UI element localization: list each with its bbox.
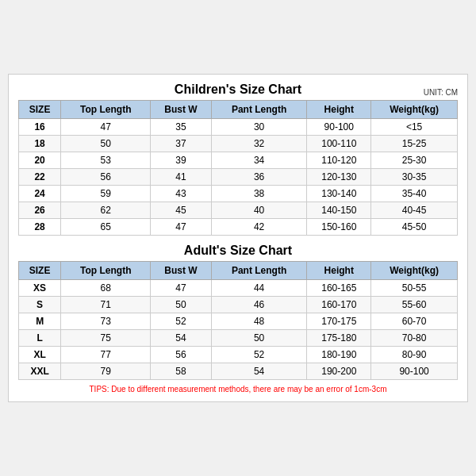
table-cell: 37 bbox=[151, 136, 211, 152]
table-cell: L bbox=[19, 330, 61, 347]
table-cell: 47 bbox=[151, 219, 211, 236]
table-cell: 54 bbox=[151, 330, 211, 347]
table-cell: 130-140 bbox=[307, 186, 371, 202]
table-cell: 52 bbox=[151, 313, 211, 330]
table-row: 28654742150-16045-50 bbox=[19, 219, 458, 236]
table-cell: 180-190 bbox=[307, 347, 371, 363]
table-cell: 110-120 bbox=[307, 152, 371, 169]
children-chart-title: Children's Size Chart bbox=[175, 83, 301, 97]
table-row: S715046160-17055-60 bbox=[19, 297, 458, 313]
adults-size-table: SIZE Top Length Bust W Pant Length Heigh… bbox=[18, 261, 458, 380]
table-cell: 38 bbox=[211, 186, 307, 202]
table-cell: 52 bbox=[211, 347, 307, 363]
table-cell: 62 bbox=[61, 202, 151, 219]
table-cell: 73 bbox=[61, 313, 151, 330]
children-title-row: Children's Size Chart UNIT: CM bbox=[18, 83, 458, 97]
table-cell: 60-70 bbox=[371, 313, 458, 330]
table-cell: 68 bbox=[61, 280, 151, 297]
table-cell: 150-160 bbox=[307, 219, 371, 236]
children-header-bust-w: Bust W bbox=[151, 101, 211, 119]
adults-header-bust-w: Bust W bbox=[151, 262, 211, 280]
table-cell: 190-200 bbox=[307, 363, 371, 380]
table-row: XL775652180-19080-90 bbox=[19, 347, 458, 363]
table-cell: 44 bbox=[211, 280, 307, 297]
adults-header-weight: Weight(kg) bbox=[371, 262, 458, 280]
children-size-table: SIZE Top Length Bust W Pant Length Heigh… bbox=[18, 100, 458, 236]
table-cell: 160-165 bbox=[307, 280, 371, 297]
table-cell: 35 bbox=[151, 119, 211, 136]
table-cell: 79 bbox=[61, 363, 151, 380]
table-cell: 15-25 bbox=[371, 136, 458, 152]
table-row: 22564136120-13030-35 bbox=[19, 169, 458, 186]
table-cell: 41 bbox=[151, 169, 211, 186]
size-chart-container: Children's Size Chart UNIT: CM SIZE Top … bbox=[8, 74, 468, 402]
table-cell: 170-175 bbox=[307, 313, 371, 330]
table-cell: 45 bbox=[151, 202, 211, 219]
table-cell: 24 bbox=[19, 186, 61, 202]
table-cell: 75 bbox=[61, 330, 151, 347]
table-row: XS684744160-16550-55 bbox=[19, 280, 458, 297]
adults-header-pant-length: Pant Length bbox=[211, 262, 307, 280]
table-cell: 39 bbox=[151, 152, 211, 169]
table-cell: 120-130 bbox=[307, 169, 371, 186]
table-cell: 50 bbox=[61, 136, 151, 152]
table-cell: 59 bbox=[61, 186, 151, 202]
table-cell: 140-150 bbox=[307, 202, 371, 219]
table-cell: 80-90 bbox=[371, 347, 458, 363]
table-cell: 56 bbox=[61, 169, 151, 186]
table-cell: 36 bbox=[211, 169, 307, 186]
table-cell: 42 bbox=[211, 219, 307, 236]
table-cell: 43 bbox=[151, 186, 211, 202]
table-row: L755450175-18070-80 bbox=[19, 330, 458, 347]
children-header-row: SIZE Top Length Bust W Pant Length Heigh… bbox=[19, 101, 458, 119]
table-cell: 58 bbox=[151, 363, 211, 380]
table-row: XXL795854190-20090-100 bbox=[19, 363, 458, 380]
table-cell: 77 bbox=[61, 347, 151, 363]
adults-header-top-length: Top Length bbox=[61, 262, 151, 280]
table-cell: S bbox=[19, 297, 61, 313]
table-cell: 40-45 bbox=[371, 202, 458, 219]
table-cell: 71 bbox=[61, 297, 151, 313]
table-row: 26624540140-15040-45 bbox=[19, 202, 458, 219]
table-cell: 16 bbox=[19, 119, 61, 136]
table-cell: 26 bbox=[19, 202, 61, 219]
table-cell: 34 bbox=[211, 152, 307, 169]
table-cell: 35-40 bbox=[371, 186, 458, 202]
table-cell: 53 bbox=[61, 152, 151, 169]
table-cell: 20 bbox=[19, 152, 61, 169]
table-cell: 50 bbox=[151, 297, 211, 313]
table-cell: 175-180 bbox=[307, 330, 371, 347]
table-cell: 45-50 bbox=[371, 219, 458, 236]
table-row: M735248170-17560-70 bbox=[19, 313, 458, 330]
adults-title-row: Adult's Size Chart bbox=[18, 244, 458, 258]
table-cell: 30 bbox=[211, 119, 307, 136]
table-cell: 48 bbox=[211, 313, 307, 330]
children-header-size: SIZE bbox=[19, 101, 61, 119]
adults-header-height: Height bbox=[307, 262, 371, 280]
table-cell: 55-60 bbox=[371, 297, 458, 313]
table-cell: 56 bbox=[151, 347, 211, 363]
table-cell: 65 bbox=[61, 219, 151, 236]
table-row: 20533934110-12025-30 bbox=[19, 152, 458, 169]
table-cell: 47 bbox=[61, 119, 151, 136]
children-header-pant-length: Pant Length bbox=[211, 101, 307, 119]
table-cell: 90-100 bbox=[371, 363, 458, 380]
adults-header-row: SIZE Top Length Bust W Pant Length Heigh… bbox=[19, 262, 458, 280]
table-cell: 46 bbox=[211, 297, 307, 313]
table-cell: 30-35 bbox=[371, 169, 458, 186]
table-cell: 100-110 bbox=[307, 136, 371, 152]
table-cell: 54 bbox=[211, 363, 307, 380]
table-cell: XL bbox=[19, 347, 61, 363]
unit-label: UNIT: CM bbox=[424, 88, 458, 97]
tips-text: TIPS: Due to different measurement metho… bbox=[18, 385, 458, 393]
table-cell: M bbox=[19, 313, 61, 330]
children-header-weight: Weight(kg) bbox=[371, 101, 458, 119]
table-cell: XS bbox=[19, 280, 61, 297]
table-cell: 47 bbox=[151, 280, 211, 297]
table-row: 18503732100-11015-25 bbox=[19, 136, 458, 152]
table-row: 1647353090-100<15 bbox=[19, 119, 458, 136]
table-cell: 28 bbox=[19, 219, 61, 236]
table-cell: 50 bbox=[211, 330, 307, 347]
table-cell: XXL bbox=[19, 363, 61, 380]
children-header-top-length: Top Length bbox=[61, 101, 151, 119]
